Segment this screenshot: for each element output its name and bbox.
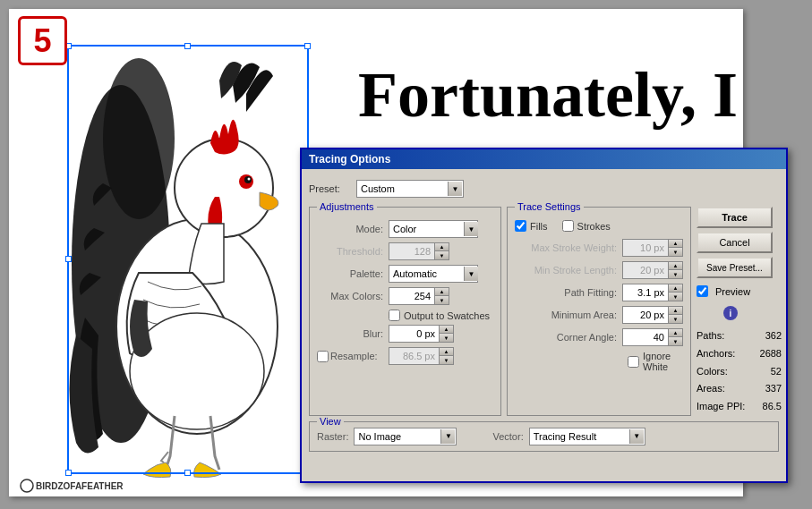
- save-preset-button[interactable]: Save Preset...: [697, 257, 773, 278]
- ignore-white-label: Ignore White: [643, 351, 683, 372]
- max-colors-decrement[interactable]: ▼: [435, 296, 449, 304]
- path-fitting-label: Path Fitting:: [515, 287, 622, 298]
- corner-angle-decrement[interactable]: ▼: [669, 337, 682, 345]
- threshold-input: [389, 243, 434, 259]
- vector-row: Vector: ▼: [492, 428, 645, 445]
- palette-row: Palette: ▼: [317, 265, 493, 283]
- max-stroke-weight-label: Max Stroke Weight:: [515, 242, 622, 253]
- resample-spinner-buttons: ▲ ▼: [439, 348, 453, 364]
- strokes-checkbox[interactable]: [562, 220, 574, 232]
- path-fitting-decrement[interactable]: ▼: [669, 293, 682, 301]
- max-colors-label: Max Colors:: [317, 291, 389, 301]
- resample-checkbox[interactable]: [317, 351, 329, 362]
- trace-settings-title: Trace Settings: [515, 201, 584, 212]
- view-panel: View Raster: ▼ Vector: ▼: [309, 421, 779, 452]
- minimum-area-decrement[interactable]: ▼: [669, 315, 682, 323]
- minimum-area-label: Minimum Area:: [515, 310, 622, 320]
- minimum-area-input[interactable]: [623, 307, 668, 323]
- dialog-body: Preset: ▼ Adjustments Mode: ▼: [302, 169, 786, 459]
- corner-angle-row: Corner Angle: ▲ ▼: [515, 328, 683, 346]
- min-stroke-length-decrement[interactable]: ▼: [669, 270, 682, 278]
- svg-point-8: [21, 479, 33, 492]
- card-number-badge: 5: [18, 16, 67, 65]
- info-icon[interactable]: i: [723, 306, 738, 320]
- areas-stat-label: Areas:: [697, 380, 725, 398]
- mode-label: Mode:: [317, 224, 389, 234]
- vector-input[interactable]: [529, 428, 645, 445]
- max-stroke-weight-decrement[interactable]: ▼: [669, 248, 682, 256]
- palette-input[interactable]: [389, 265, 478, 283]
- image-ppi-stat-value: 86.5: [763, 398, 782, 416]
- adjustments-title: Adjustments: [317, 201, 377, 212]
- max-colors-spinner: ▲ ▼: [389, 287, 449, 305]
- minimum-area-buttons: ▲ ▼: [668, 307, 682, 323]
- dialog-title: Tracing Options: [309, 153, 390, 165]
- cancel-button[interactable]: Cancel: [697, 232, 773, 253]
- output-swatches-row: Output to Swatches: [389, 310, 493, 321]
- vector-select-wrapper: ▼: [529, 428, 645, 445]
- paths-stat-value: 362: [765, 327, 782, 345]
- strokes-row: Strokes: [562, 220, 611, 232]
- svg-point-7: [130, 313, 264, 429]
- minimum-area-increment[interactable]: ▲: [669, 307, 682, 315]
- palette-select-wrapper: ▼: [389, 265, 478, 283]
- trace-button[interactable]: Trace: [697, 207, 773, 228]
- areas-stat-value: 337: [765, 380, 782, 398]
- blur-input[interactable]: [389, 326, 439, 342]
- blur-decrement[interactable]: ▼: [440, 334, 453, 342]
- ignore-white-checkbox[interactable]: [628, 356, 639, 368]
- min-stroke-length-increment[interactable]: ▲: [669, 262, 682, 270]
- min-stroke-length-row: Min Stroke Length: ▲ ▼: [515, 261, 683, 279]
- path-fitting-input[interactable]: [623, 284, 668, 301]
- corner-angle-spinner: ▲ ▼: [622, 328, 683, 346]
- max-stroke-weight-spinner: ▲ ▼: [622, 239, 683, 257]
- preview-label: Preview: [715, 286, 750, 297]
- card-number-value: 5: [33, 22, 51, 60]
- preset-input[interactable]: [356, 180, 464, 198]
- mode-input[interactable]: [389, 220, 478, 238]
- corner-angle-input[interactable]: [623, 329, 668, 345]
- fills-checkbox[interactable]: [515, 220, 526, 232]
- anchors-stat-label: Anchors:: [697, 345, 735, 363]
- threshold-decrement[interactable]: ▼: [435, 251, 449, 259]
- resample-label-wrapper: Resample:: [317, 351, 389, 362]
- fills-row: Fills: [515, 220, 548, 232]
- min-stroke-length-label: Min Stroke Length:: [515, 265, 622, 276]
- min-stroke-length-spinner: ▲ ▼: [622, 261, 683, 279]
- path-fitting-increment[interactable]: ▲: [669, 284, 682, 293]
- threshold-increment[interactable]: ▲: [435, 243, 449, 251]
- paths-stat-label: Paths:: [697, 327, 724, 345]
- colors-stat-label: Colors:: [697, 363, 728, 381]
- max-colors-row: Max Colors: ▲ ▼: [317, 287, 493, 305]
- mode-row: Mode: ▼: [317, 220, 493, 238]
- resample-decrement[interactable]: ▼: [440, 356, 453, 364]
- mode-select-wrapper: ▼: [389, 220, 478, 238]
- paths-stat: Paths: 362: [697, 327, 782, 345]
- blur-increment[interactable]: ▲: [440, 326, 453, 334]
- rooster-image: [67, 49, 309, 479]
- max-colors-input[interactable]: [389, 288, 434, 304]
- adjustments-panel: Adjustments Mode: ▼ Threshold: ▲: [309, 207, 501, 416]
- max-stroke-weight-input: [623, 240, 668, 256]
- max-stroke-weight-buttons: ▲ ▼: [668, 240, 682, 256]
- corner-angle-buttons: ▲ ▼: [668, 329, 682, 345]
- path-fitting-spinner: ▲ ▼: [622, 284, 683, 301]
- fills-strokes-row: Fills Strokes: [515, 220, 683, 235]
- blur-label: Blur:: [317, 328, 389, 339]
- max-colors-increment[interactable]: ▲: [435, 288, 449, 296]
- output-swatches-checkbox[interactable]: [389, 310, 400, 321]
- corner-angle-increment[interactable]: ▲: [669, 329, 682, 337]
- strokes-label: Strokes: [577, 221, 611, 232]
- image-ppi-stat: Image PPI: 86.5: [697, 398, 782, 416]
- corner-angle-label: Corner Angle:: [515, 332, 622, 343]
- resample-increment[interactable]: ▲: [440, 348, 453, 356]
- preview-checkbox[interactable]: [697, 285, 708, 297]
- max-stroke-weight-increment[interactable]: ▲: [669, 240, 682, 248]
- minimum-area-row: Minimum Area: ▲ ▼: [515, 306, 683, 324]
- raster-input[interactable]: [354, 428, 457, 445]
- threshold-label: Threshold:: [317, 246, 389, 257]
- max-colors-spinner-buttons: ▲ ▼: [434, 288, 449, 304]
- svg-point-6: [248, 178, 251, 181]
- threshold-spinner: ▲ ▼: [389, 242, 449, 260]
- threshold-spinner-buttons: ▲ ▼: [434, 243, 449, 259]
